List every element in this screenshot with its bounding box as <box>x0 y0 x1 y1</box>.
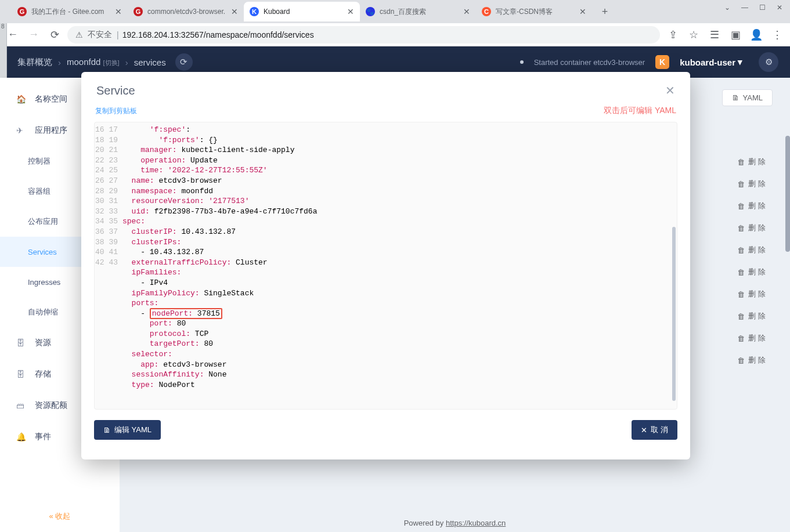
trash-icon: 🗑 <box>737 312 745 321</box>
browser-tab[interactable]: C写文章-CSDN博客✕ <box>476 2 592 21</box>
sidepanel-icon[interactable]: ▣ <box>727 27 744 43</box>
sidebar-item-label: 容器组 <box>28 186 50 197</box>
insecure-label: 不安全 <box>88 30 112 40</box>
delete-button[interactable]: 🗑删 除 <box>737 201 766 211</box>
tab-title: 我的工作台 - Gitee.com <box>31 7 111 17</box>
sidebar-item-label: 资源 <box>35 338 51 348</box>
tab-close-icon[interactable]: ✕ <box>579 7 586 16</box>
browser-tab[interactable]: G我的工作台 - Gitee.com✕ <box>12 2 128 21</box>
delete-button[interactable]: 🗑删 除 <box>737 179 766 189</box>
tab-title: csdn_百度搜索 <box>380 7 460 17</box>
trash-icon: 🗑 <box>737 202 745 211</box>
copy-to-clipboard[interactable]: 复制到剪贴板 <box>95 106 137 116</box>
sidebar-icon: 🗄 <box>16 338 28 348</box>
bookmark-icon[interactable]: ☆ <box>686 27 702 43</box>
delete-button[interactable]: 🗑删 除 <box>737 333 766 343</box>
tab-close-icon[interactable]: ✕ <box>347 7 354 16</box>
edit-hint: 双击后可编辑 YAML <box>604 106 676 116</box>
sidebar-item-label: Ingresses <box>28 278 60 287</box>
delete-button[interactable]: 🗑删 除 <box>737 355 766 365</box>
sidebar-icon: ✈ <box>16 126 28 135</box>
sidebar-item-label: 自动伸缩 <box>28 307 58 317</box>
tab-close-icon[interactable]: ✕ <box>115 7 122 16</box>
delete-button[interactable]: 🗑删 除 <box>737 267 766 277</box>
footer: Powered by https://kuboard.cn <box>120 519 790 527</box>
favicon-icon: 🐾 <box>366 7 375 16</box>
modal-close-button[interactable]: ✕ <box>665 84 675 97</box>
delete-button[interactable]: 🗑删 除 <box>737 289 766 299</box>
sidebar-item-label: 公布应用 <box>28 216 58 227</box>
reading-list-icon[interactable]: ☰ <box>706 27 723 43</box>
trash-icon: 🗑 <box>737 158 745 167</box>
chevron-right-icon: › <box>125 57 128 67</box>
yaml-button[interactable]: 🗎YAML <box>722 89 773 106</box>
back-icon[interactable]: ← <box>5 27 21 43</box>
sidebar-item-label: 存储 <box>35 369 51 379</box>
delete-button[interactable]: 🗑删 除 <box>737 223 766 233</box>
sidebar-icon: 🗃 <box>16 401 28 410</box>
sidebar-item-label: 名称空间 <box>35 94 67 104</box>
user-menu[interactable]: kuboard-user▾ <box>680 57 742 67</box>
sidebar-item-label: 事件 <box>35 432 51 442</box>
url-text: 192.168.204.13:32567/namespace/moonfdd/s… <box>122 30 314 39</box>
file-icon: 🗎 <box>732 93 740 102</box>
footer-link[interactable]: https://kuboard.cn <box>446 519 506 527</box>
breadcrumb-item[interactable]: services <box>134 57 166 67</box>
trash-icon: 🗑 <box>737 246 745 255</box>
window-maximize-icon[interactable]: ☐ <box>754 1 770 14</box>
chrome-menu-icon[interactable]: ⋮ <box>769 27 785 43</box>
sidebar-item-label: 资源配额 <box>35 400 67 411</box>
tab-title: Kuboard <box>264 8 344 16</box>
window-close-icon[interactable]: ✕ <box>771 1 788 14</box>
sidebar-icon: 🔔 <box>16 432 28 441</box>
trash-icon: 🗑 <box>737 268 745 277</box>
refresh-button[interactable]: ⟳ <box>175 53 193 71</box>
sidebar-icon: 🗄 <box>16 370 28 379</box>
favicon-icon: G <box>17 7 27 16</box>
delete-button[interactable]: 🗑删 除 <box>737 157 766 167</box>
browser-tab[interactable]: Gcommon/etcdv3-browser.✕ <box>128 2 244 21</box>
tab-close-icon[interactable]: ✕ <box>231 7 238 16</box>
window-controls: ⌄ — ☐ ✕ <box>719 1 788 14</box>
profile-icon[interactable]: 👤 <box>748 27 764 43</box>
window-minimize-icon[interactable]: — <box>737 1 753 14</box>
scrollbar[interactable] <box>785 136 790 252</box>
settings-button[interactable]: ⚙ <box>759 52 778 72</box>
sidebar-collapse[interactable]: « 收起 <box>0 511 120 522</box>
trash-icon: 🗑 <box>737 290 745 299</box>
delete-button[interactable]: 🗑删 除 <box>737 245 766 255</box>
modal-title: Service <box>96 84 665 97</box>
breadcrumb: 集群概览 › moonfdd [切换] › services <box>17 57 166 68</box>
new-tab-button[interactable]: + <box>597 3 613 20</box>
close-icon: ✕ <box>641 426 647 435</box>
tab-title: 写文章-CSDN博客 <box>496 7 576 17</box>
breadcrumb-item[interactable]: 集群概览 <box>17 57 52 68</box>
switch-label[interactable]: [切换] <box>103 59 120 66</box>
reload-icon[interactable]: ⟳ <box>46 27 63 43</box>
trash-icon: 🗑 <box>737 224 745 233</box>
code-content[interactable]: 'f:spec': 'f:ports': {} manager: kubectl… <box>122 125 668 410</box>
breadcrumb-item[interactable]: moonfdd [切换] <box>67 57 120 67</box>
browser-tab[interactable]: KKuboard✕ <box>244 2 360 21</box>
line-gutter: 16 17 18 19 20 21 22 23 24 25 26 27 28 2… <box>95 125 122 267</box>
delete-button[interactable]: 🗑删 除 <box>737 311 766 321</box>
window-dropdown-icon[interactable]: ⌄ <box>719 1 735 14</box>
sidebar-icon: 🏠 <box>16 95 28 104</box>
browser-tabbar: G我的工作台 - Gitee.com✕Gcommon/etcdv3-browse… <box>0 0 790 23</box>
url-bar[interactable]: ⚠ 不安全 | 192.168.204.13:32567/namespace/m… <box>67 26 660 44</box>
k-badge-icon[interactable]: K <box>655 55 669 69</box>
share-icon[interactable]: ⇪ <box>665 27 681 43</box>
tab-close-icon[interactable]: ✕ <box>463 7 470 16</box>
trash-icon: 🗑 <box>737 334 745 343</box>
service-modal: Service ✕ 复制到剪贴板 双击后可编辑 YAML 16 17 18 19… <box>81 72 690 459</box>
favicon-icon: G <box>134 7 143 16</box>
cancel-button[interactable]: ✕取 消 <box>632 420 677 440</box>
status-message: Started container etcdv3-browser <box>534 58 645 67</box>
forward-icon[interactable]: → <box>26 27 42 43</box>
code-scrollbar[interactable] <box>672 227 676 401</box>
gear-icon: ⚙ <box>765 57 773 67</box>
edit-yaml-button[interactable]: 🗎编辑 YAML <box>94 420 161 440</box>
yaml-editor[interactable]: 16 17 18 19 20 21 22 23 24 25 26 27 28 2… <box>94 122 677 410</box>
sidebar-item-label: 控制器 <box>28 156 50 167</box>
browser-tab[interactable]: 🐾csdn_百度搜索✕ <box>360 2 476 21</box>
